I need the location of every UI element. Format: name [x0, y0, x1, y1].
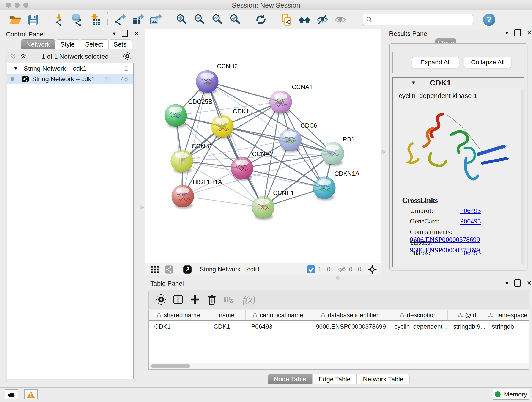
import-network-database-button[interactable]: [69, 12, 84, 27]
protein-structure-image: [399, 103, 517, 193]
table-settings-gear-icon[interactable]: [154, 293, 168, 306]
zoom-fit-button[interactable]: [210, 12, 225, 27]
panel-menu-icon[interactable]: ▾: [505, 29, 508, 36]
memory-button[interactable]: Memory: [493, 389, 529, 400]
table-row[interactable]: CDK1CDK1P064939606.ENSP00000378699cyclin…: [149, 321, 529, 332]
birdseye-toggle-icon[interactable]: [367, 264, 377, 274]
network-node-CDK1[interactable]: CDK1: [211, 108, 249, 138]
open-session-button[interactable]: [8, 12, 23, 27]
show-all-button[interactable]: [333, 12, 348, 27]
tree-expanded-icon[interactable]: ▼: [13, 65, 18, 71]
column-header-canonicalname[interactable]: canonical name: [246, 310, 310, 320]
table-cell: cyclin–dependent ...: [389, 321, 448, 332]
column-header-id[interactable]: @id: [448, 310, 486, 320]
network-node-HIST1H1A[interactable]: HIST1H1A: [172, 179, 222, 207]
tab-sets[interactable]: Sets: [108, 39, 132, 49]
open-session-icon: [9, 13, 22, 26]
cloud-button[interactable]: [5, 389, 18, 400]
node-label-CCNE1: CCNE1: [273, 190, 294, 196]
crosslink-link[interactable]: P06493: [460, 217, 481, 225]
warning-button[interactable]: [24, 389, 38, 400]
tab-select[interactable]: Select: [80, 39, 108, 49]
zoom-out-button[interactable]: [192, 12, 207, 27]
expand-all-button[interactable]: Expand All: [412, 57, 459, 68]
section-expanded-icon[interactable]: ▼: [411, 80, 416, 86]
crosslink-link[interactable]: P06493: [460, 249, 481, 256]
table-hscroll-thumb[interactable]: [151, 364, 190, 368]
network-node-CCNE1[interactable]: CCNE1: [252, 190, 294, 219]
gene-section-header[interactable]: ▼ CDK1: [393, 78, 524, 88]
table-hscrollbar[interactable]: [149, 364, 529, 369]
crosslink-link[interactable]: P06493: [460, 207, 481, 214]
tab-edge-table[interactable]: Edge Table: [312, 374, 357, 384]
grid-view-icon[interactable]: [150, 264, 160, 274]
collapse-all-button[interactable]: Collapse All: [464, 57, 511, 68]
crosslink-label: Pharos:: [410, 249, 460, 257]
node-label-HIST1H1A: HIST1H1A: [193, 179, 222, 185]
hide-selected-button[interactable]: [315, 12, 330, 27]
collection-count: 1: [124, 65, 128, 72]
column-header-sharedname[interactable]: shared name: [149, 310, 208, 320]
export-image-button[interactable]: [148, 12, 164, 27]
panel-float-icon[interactable]: [122, 30, 128, 37]
first-neighbors-button[interactable]: [297, 12, 312, 27]
panel-menu-icon[interactable]: ▾: [113, 30, 116, 37]
network-row[interactable]: String Network – cdk1 11 48: [7, 74, 133, 84]
column-header-databaseidentifier[interactable]: database identifier: [310, 310, 389, 320]
panel-float-icon[interactable]: [514, 279, 521, 287]
save-session-button[interactable]: [26, 12, 41, 27]
tab-network[interactable]: Network: [21, 39, 55, 49]
left-splitter-handle[interactable]: [140, 206, 144, 210]
control-panel-tabs: NetworkStyleSelectSets: [21, 39, 132, 49]
refresh-layout-button[interactable]: [253, 12, 268, 27]
selected-checkbox-icon[interactable]: [306, 264, 316, 274]
collapse-all-icon[interactable]: [10, 53, 17, 61]
network-canvas[interactable]: CCNB2CCNA1CDC25BCDK1CDC6RB1CCNB1CCNA2CDK…: [145, 29, 381, 263]
memory-label: Memory: [504, 391, 527, 398]
add-column-icon[interactable]: [188, 293, 202, 306]
gene-description: cyclin–dependent kinase 1: [399, 92, 477, 100]
function-builder-icon: f(x): [243, 294, 255, 305]
open-external-icon[interactable]: [182, 264, 192, 274]
column-header-description[interactable]: description: [389, 310, 448, 320]
tab-node-table[interactable]: Node Table: [268, 374, 312, 384]
string-badge-icon[interactable]: [164, 264, 174, 274]
column-header-namespace[interactable]: namespace: [486, 310, 529, 320]
right-splitter-handle[interactable]: [381, 150, 385, 154]
control-panel: Control Panel ▾ ✕ NetworkStyleSelectSets…: [2, 30, 138, 381]
network-collection-row[interactable]: ▼ String Network – cdk1 1: [7, 63, 133, 74]
network-node-CCNB1[interactable]: CCNB1: [171, 143, 213, 172]
zoom-selected-icon: [229, 13, 241, 26]
expand-all-icon[interactable]: [20, 53, 27, 61]
delete-column-trash-icon[interactable]: [205, 293, 219, 306]
panel-close-icon[interactable]: ✕: [527, 29, 532, 36]
node-table[interactable]: shared namenamecanonical namedatabase id…: [148, 310, 529, 370]
export-table-button[interactable]: [131, 12, 146, 27]
duplicate-network-button[interactable]: [279, 12, 294, 27]
panel-close-icon[interactable]: ✕: [527, 280, 532, 287]
search-box[interactable]: [363, 14, 473, 26]
window-title: Session: New Session: [0, 1, 532, 9]
gene-name: CDK1: [430, 78, 451, 87]
network-options-gear-icon[interactable]: [123, 52, 131, 61]
import-network-file-button[interactable]: [51, 12, 66, 27]
network-node-RB1[interactable]: RB1: [322, 136, 355, 165]
panel-close-icon[interactable]: ✕: [134, 30, 139, 37]
import-table-button[interactable]: [87, 12, 102, 27]
panel-menu-icon[interactable]: ▾: [505, 280, 508, 287]
column-header-name[interactable]: name: [208, 310, 246, 320]
zoom-selected-button[interactable]: [228, 12, 243, 27]
show-columns-icon[interactable]: [171, 293, 185, 306]
tab-network-table[interactable]: Network Table: [357, 374, 410, 384]
network-node-CDKN1A[interactable]: CDKN1A: [313, 170, 360, 199]
results-scrollbar[interactable]: [521, 89, 524, 264]
export-network-button[interactable]: [113, 12, 128, 27]
tab-style[interactable]: Style: [55, 39, 80, 49]
zoom-in-button[interactable]: [174, 12, 189, 27]
panel-float-icon[interactable]: [514, 29, 521, 36]
help-button[interactable]: ?: [483, 13, 495, 26]
table-toolbar: f(x): [148, 290, 529, 309]
network-graph[interactable]: CCNB2CCNA1CDC25BCDK1CDC6RB1CCNB1CCNA2CDK…: [146, 29, 380, 263]
search-input[interactable]: [373, 16, 470, 23]
network-node-CCNA1[interactable]: CCNA1: [269, 84, 313, 113]
